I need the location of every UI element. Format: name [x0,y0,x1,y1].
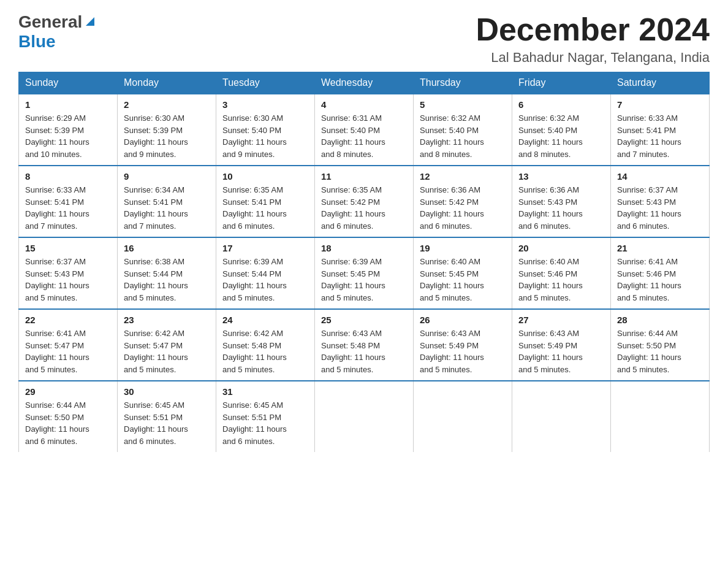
day-number: 19 [420,243,506,253]
day-number: 14 [617,171,703,182]
table-row: 16 Sunrise: 6:38 AMSunset: 5:44 PMDaylig… [118,237,216,309]
table-row: 8 Sunrise: 6:33 AMSunset: 5:41 PMDayligh… [19,166,118,237]
table-row: 11 Sunrise: 6:35 AMSunset: 5:42 PMDaylig… [315,166,414,237]
table-row: 2 Sunrise: 6:30 AMSunset: 5:39 PMDayligh… [118,94,216,166]
day-number: 27 [518,315,604,325]
table-row: 12 Sunrise: 6:36 AMSunset: 5:42 PMDaylig… [414,166,512,237]
day-info: Sunrise: 6:37 AMSunset: 5:43 PMDaylight:… [25,257,89,302]
day-number: 7 [617,99,703,110]
day-info: Sunrise: 6:34 AMSunset: 5:41 PMDaylight:… [124,185,188,231]
day-number: 13 [518,171,604,182]
table-row: 27 Sunrise: 6:43 AMSunset: 5:49 PMDaylig… [512,309,611,381]
day-number: 17 [222,243,308,253]
calendar-header-row: Sunday Monday Tuesday Wednesday Thursday… [19,72,710,94]
day-info: Sunrise: 6:39 AMSunset: 5:45 PMDaylight:… [321,257,385,302]
calendar-week-row: 22 Sunrise: 6:41 AMSunset: 5:47 PMDaylig… [19,309,710,381]
table-row: 28 Sunrise: 6:44 AMSunset: 5:50 PMDaylig… [611,309,710,381]
table-row: 3 Sunrise: 6:30 AMSunset: 5:40 PMDayligh… [216,94,315,166]
table-row: 23 Sunrise: 6:42 AMSunset: 5:47 PMDaylig… [118,309,216,381]
day-number: 5 [420,99,506,110]
day-info: Sunrise: 6:30 AMSunset: 5:40 PMDaylight:… [222,113,287,159]
table-row: 1 Sunrise: 6:29 AMSunset: 5:39 PMDayligh… [19,94,118,166]
day-info: Sunrise: 6:35 AMSunset: 5:42 PMDaylight:… [321,185,385,231]
day-info: Sunrise: 6:33 AMSunset: 5:41 PMDaylight:… [25,185,89,231]
day-info: Sunrise: 6:44 AMSunset: 5:50 PMDaylight:… [617,329,681,374]
day-number: 31 [222,386,308,397]
day-number: 30 [124,386,210,397]
month-title: December 2024 [476,12,710,47]
day-number: 11 [321,171,407,182]
table-row: 15 Sunrise: 6:37 AMSunset: 5:43 PMDaylig… [19,237,118,309]
calendar-week-row: 29 Sunrise: 6:44 AMSunset: 5:50 PMDaylig… [19,381,710,452]
table-row: 26 Sunrise: 6:43 AMSunset: 5:49 PMDaylig… [414,309,512,381]
table-row: 17 Sunrise: 6:39 AMSunset: 5:44 PMDaylig… [216,237,315,309]
day-number: 29 [25,386,111,397]
table-row [414,381,512,452]
day-info: Sunrise: 6:38 AMSunset: 5:44 PMDaylight:… [124,257,188,302]
table-row: 18 Sunrise: 6:39 AMSunset: 5:45 PMDaylig… [315,237,414,309]
table-row: 31 Sunrise: 6:45 AMSunset: 5:51 PMDaylig… [216,381,315,452]
day-number: 2 [124,99,210,110]
day-info: Sunrise: 6:29 AMSunset: 5:39 PMDaylight:… [25,113,89,159]
day-number: 20 [518,243,604,253]
day-number: 1 [25,99,111,110]
day-number: 26 [420,315,506,325]
day-info: Sunrise: 6:39 AMSunset: 5:44 PMDaylight:… [222,257,287,302]
col-friday: Friday [512,72,611,94]
calendar-week-row: 1 Sunrise: 6:29 AMSunset: 5:39 PMDayligh… [19,94,710,166]
day-info: Sunrise: 6:32 AMSunset: 5:40 PMDaylight:… [420,113,484,159]
col-tuesday: Tuesday [216,72,315,94]
table-row: 14 Sunrise: 6:37 AMSunset: 5:43 PMDaylig… [611,166,710,237]
svg-marker-0 [86,17,94,26]
day-info: Sunrise: 6:45 AMSunset: 5:51 PMDaylight:… [222,400,287,446]
location-subtitle: Lal Bahadur Nagar, Telangana, India [476,50,710,66]
col-sunday: Sunday [19,72,118,94]
day-info: Sunrise: 6:44 AMSunset: 5:50 PMDaylight:… [25,400,89,446]
day-number: 4 [321,99,407,110]
day-number: 25 [321,315,407,325]
table-row: 30 Sunrise: 6:45 AMSunset: 5:51 PMDaylig… [118,381,216,452]
table-row: 20 Sunrise: 6:40 AMSunset: 5:46 PMDaylig… [512,237,611,309]
table-row: 29 Sunrise: 6:44 AMSunset: 5:50 PMDaylig… [19,381,118,452]
day-info: Sunrise: 6:30 AMSunset: 5:39 PMDaylight:… [124,113,188,159]
day-info: Sunrise: 6:32 AMSunset: 5:40 PMDaylight:… [518,113,583,159]
calendar-table: Sunday Monday Tuesday Wednesday Thursday… [18,72,710,452]
table-row [611,381,710,452]
day-number: 9 [124,171,210,182]
day-number: 21 [617,243,703,253]
day-number: 28 [617,315,703,325]
day-info: Sunrise: 6:36 AMSunset: 5:43 PMDaylight:… [518,185,583,231]
day-info: Sunrise: 6:43 AMSunset: 5:48 PMDaylight:… [321,329,385,374]
table-row: 5 Sunrise: 6:32 AMSunset: 5:40 PMDayligh… [414,94,512,166]
table-row: 21 Sunrise: 6:41 AMSunset: 5:46 PMDaylig… [611,237,710,309]
day-info: Sunrise: 6:45 AMSunset: 5:51 PMDaylight:… [124,400,188,446]
col-saturday: Saturday [611,72,710,94]
title-section: December 2024 Lal Bahadur Nagar, Telanga… [476,12,710,66]
table-row: 6 Sunrise: 6:32 AMSunset: 5:40 PMDayligh… [512,94,611,166]
page-header: General Blue December 2024 Lal Bahadur N… [18,12,710,66]
day-info: Sunrise: 6:41 AMSunset: 5:46 PMDaylight:… [617,257,681,302]
day-number: 3 [222,99,308,110]
day-info: Sunrise: 6:40 AMSunset: 5:45 PMDaylight:… [420,257,484,302]
table-row: 22 Sunrise: 6:41 AMSunset: 5:47 PMDaylig… [19,309,118,381]
table-row: 13 Sunrise: 6:36 AMSunset: 5:43 PMDaylig… [512,166,611,237]
logo-triangle-icon [83,15,97,28]
col-monday: Monday [118,72,216,94]
day-info: Sunrise: 6:35 AMSunset: 5:41 PMDaylight:… [222,185,287,231]
table-row: 25 Sunrise: 6:43 AMSunset: 5:48 PMDaylig… [315,309,414,381]
day-info: Sunrise: 6:43 AMSunset: 5:49 PMDaylight:… [420,329,484,374]
day-info: Sunrise: 6:42 AMSunset: 5:48 PMDaylight:… [222,329,287,374]
day-info: Sunrise: 6:40 AMSunset: 5:46 PMDaylight:… [518,257,583,302]
table-row: 7 Sunrise: 6:33 AMSunset: 5:41 PMDayligh… [611,94,710,166]
day-number: 24 [222,315,308,325]
day-number: 22 [25,315,111,325]
day-number: 8 [25,171,111,182]
table-row: 4 Sunrise: 6:31 AMSunset: 5:40 PMDayligh… [315,94,414,166]
day-number: 16 [124,243,210,253]
logo: General Blue [18,12,97,52]
table-row: 24 Sunrise: 6:42 AMSunset: 5:48 PMDaylig… [216,309,315,381]
table-row: 9 Sunrise: 6:34 AMSunset: 5:41 PMDayligh… [118,166,216,237]
day-number: 18 [321,243,407,253]
day-number: 12 [420,171,506,182]
day-info: Sunrise: 6:42 AMSunset: 5:47 PMDaylight:… [124,329,188,374]
